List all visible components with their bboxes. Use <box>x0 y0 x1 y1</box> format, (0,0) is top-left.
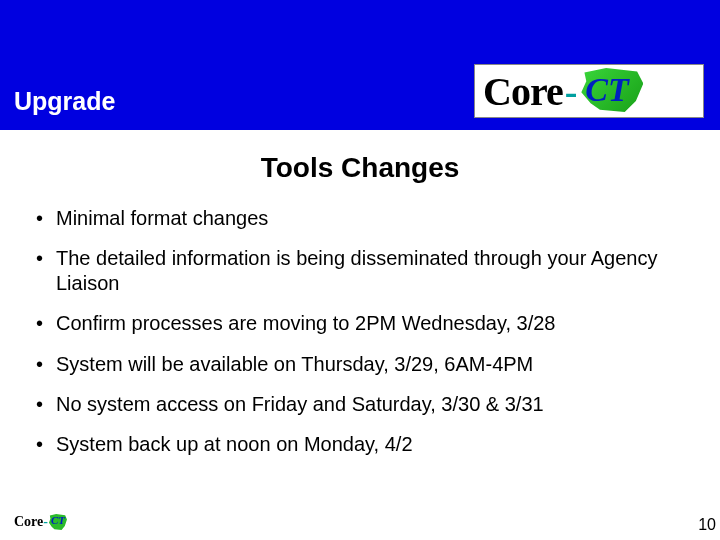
footer-logo-dash: - <box>43 514 48 530</box>
logo-text-core: Core <box>483 68 563 115</box>
core-ct-logo-large: Core - CT <box>474 64 704 118</box>
logo-text-dash: - <box>565 69 578 113</box>
list-item: Minimal format changes <box>36 206 692 230</box>
list-item: System back up at noon on Monday, 4/2 <box>36 432 692 456</box>
header-title: Upgrade <box>14 87 115 116</box>
footer-logo-ct: CT <box>51 514 65 526</box>
list-item: No system access on Friday and Saturday,… <box>36 392 692 416</box>
page-number: 10 <box>698 516 716 534</box>
list-item: The detailed information is being dissem… <box>36 246 692 295</box>
bullet-list: Minimal format changes The detailed info… <box>36 206 692 457</box>
footer-logo-ct-icon: CT <box>49 514 67 530</box>
list-item: Confirm processes are moving to 2PM Wedn… <box>36 311 692 335</box>
footer-logo-core: Core <box>14 514 43 530</box>
logo-ct-state-icon: CT <box>579 67 649 115</box>
core-ct-logo-small: Core - CT <box>14 512 72 532</box>
slide-header: Upgrade Core - CT <box>0 0 720 130</box>
slide-title: Tools Changes <box>0 152 720 184</box>
list-item: System will be available on Thursday, 3/… <box>36 352 692 376</box>
logo-text-ct: CT <box>585 71 628 109</box>
